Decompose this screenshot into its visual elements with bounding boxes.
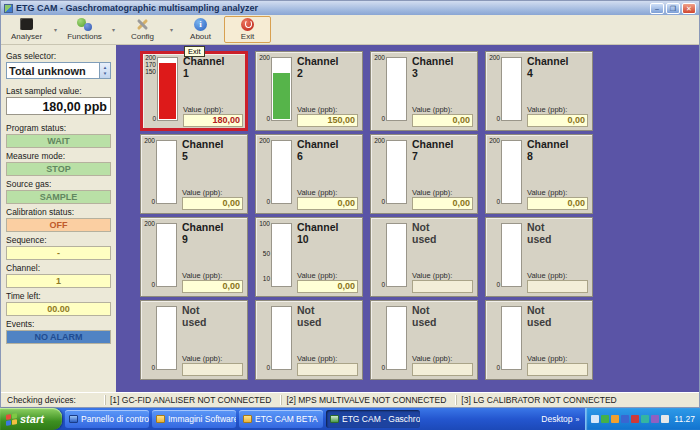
toolbar-button-about[interactable]: About — [177, 16, 224, 43]
channel-panel[interactable]: 2000Channel 5Value (ppb):0,00 — [140, 134, 248, 214]
channel-panel[interactable]: 2001701500Channel 1Value (ppb):180,00 — [140, 51, 248, 131]
toolbar-button-label: About — [190, 32, 211, 41]
channel-panel[interactable]: 1005010Channel 10Value (ppb):0,00 — [255, 217, 363, 297]
value-label: Value (ppb): — [412, 271, 473, 280]
toolbar-button-label: Config — [131, 32, 154, 41]
tray-icon[interactable] — [651, 415, 659, 423]
value-box — [527, 280, 588, 293]
channel-panel[interactable]: 2000Channel 2Value (ppb):150,00 — [255, 51, 363, 131]
toolbar-button-functions[interactable]: Functions — [61, 16, 108, 43]
tray-icon[interactable] — [661, 415, 669, 423]
gauge-bar — [386, 223, 407, 287]
tray-icon[interactable] — [641, 415, 649, 423]
toolbar-button-config[interactable]: Config — [119, 16, 166, 43]
value-box: 180,00 — [183, 114, 243, 127]
field-value-measure-mode: STOP — [6, 162, 111, 176]
value-box: 150,00 — [297, 114, 358, 127]
unused-panel[interactable]: 0Not usedValue (ppb): — [370, 300, 478, 380]
value-box: 0,00 — [527, 197, 588, 210]
taskbar-task[interactable]: Immagini Software — [152, 410, 236, 428]
scale-tick: 200 — [144, 220, 155, 227]
gauge-scale: 0 — [487, 221, 501, 287]
unused-panel[interactable]: 0Not usedValue (ppb): — [370, 217, 478, 297]
gauge-scale: 0 — [372, 304, 386, 370]
panel-body: Not usedValue (ppb): — [407, 221, 473, 293]
toolbar-button-analyser[interactable]: Analyser — [3, 16, 50, 43]
content: Gas selector: Total unknown ▲▼ Last samp… — [1, 45, 699, 392]
system-tray: 11.27 — [585, 408, 700, 430]
value-label: Value (ppb): — [527, 188, 588, 197]
channel-title: Not used — [412, 221, 456, 245]
tray-icon[interactable] — [631, 415, 639, 423]
scale-tick: 150 — [145, 68, 156, 75]
dropdown-arrow-icon[interactable]: ▾ — [108, 16, 119, 43]
channel-panel[interactable]: 2000Channel 9Value (ppb):0,00 — [140, 217, 248, 297]
channel-panel[interactable]: 2000Channel 6Value (ppb):0,00 — [255, 134, 363, 214]
gauge-scale: 2000 — [487, 138, 501, 204]
panel-body: Channel 5Value (ppb):0,00 — [177, 138, 243, 210]
maximize-button[interactable]: ❐ — [666, 3, 680, 14]
field-value-program-status: WAIT — [6, 134, 111, 148]
gauge-scale: 2001701500 — [143, 55, 157, 121]
channel-title: Channel 8 — [527, 138, 571, 162]
channel-panel[interactable]: 2000Channel 3Value (ppb):0,00 — [370, 51, 478, 131]
gauge-bar — [386, 306, 407, 370]
taskbar-task[interactable]: Pannello di controllo — [65, 410, 149, 428]
unused-panel[interactable]: 0Not usedValue (ppb): — [255, 300, 363, 380]
tray-icon[interactable] — [601, 415, 609, 423]
value-label: Value (ppb): — [527, 354, 588, 363]
exit-tooltip: Exit — [184, 46, 205, 57]
gauge-bar — [157, 57, 178, 121]
desktop-toolbar[interactable]: Desktop » — [541, 414, 582, 424]
field-label-source-gas: Source gas: — [6, 179, 111, 189]
value-label: Value (ppb): — [412, 188, 473, 197]
panel-body: Channel 2Value (ppb):150,00 — [292, 55, 358, 127]
panel-body: Channel 6Value (ppb):0,00 — [292, 138, 358, 210]
channel-title: Channel 7 — [412, 138, 456, 162]
folder-icon — [243, 415, 252, 423]
gas-selector-label: Gas selector: — [6, 51, 111, 61]
value-box: 0,00 — [297, 280, 358, 293]
channel-title: Channel 1 — [183, 55, 227, 79]
gauge-scale: 1005010 — [257, 221, 271, 287]
unused-panel[interactable]: 0Not usedValue (ppb): — [485, 217, 593, 297]
channel-panel[interactable]: 2000Channel 8Value (ppb):0,00 — [485, 134, 593, 214]
gauge-fill — [159, 63, 176, 119]
unused-panel[interactable]: 0Not usedValue (ppb): — [485, 300, 593, 380]
value-label: Value (ppb): — [297, 105, 358, 114]
taskbar: start Pannello di controlloImmagini Soft… — [0, 408, 700, 430]
channel-panel[interactable]: 2000Channel 7Value (ppb):0,00 — [370, 134, 478, 214]
dropdown-spinner-icon[interactable]: ▲▼ — [99, 63, 110, 78]
gas-selector-dropdown[interactable]: Total unknown ▲▼ — [6, 62, 111, 79]
exit-icon — [240, 18, 255, 31]
panel-body: Channel 1Value (ppb):180,00 — [178, 55, 243, 127]
gauge-bar — [156, 140, 177, 204]
panel-body: Not usedValue (ppb): — [407, 304, 473, 376]
dropdown-arrow-icon[interactable]: ▾ — [50, 16, 61, 43]
channel-panel[interactable]: 2000Channel 4Value (ppb):0,00 — [485, 51, 593, 131]
tray-icon[interactable] — [611, 415, 619, 423]
toolbar-button-exit[interactable]: Exit — [224, 16, 271, 43]
field-label-measure-mode: Measure mode: — [6, 151, 111, 161]
field-value-channel: 1 — [6, 274, 111, 288]
functions-icon — [77, 18, 92, 31]
tray-icon[interactable] — [621, 415, 629, 423]
status-bar: Checking devices: [1] GC-FID ANALISER NO… — [1, 392, 699, 407]
chevron-right-icon[interactable]: » — [575, 416, 579, 423]
start-button[interactable]: start — [0, 408, 62, 430]
panel-body: Not usedValue (ppb): — [522, 304, 588, 376]
gauge-scale: 2000 — [372, 138, 386, 204]
channel-area: Exit 2001701500Channel 1Value (ppb):180,… — [116, 45, 699, 392]
dropdown-arrow-icon[interactable]: ▾ — [166, 16, 177, 43]
gauge-bar — [386, 57, 407, 121]
device-status-1: [1] GC-FID ANALISER NOT CONNECTED — [105, 395, 281, 405]
tray-icon[interactable] — [591, 415, 599, 423]
taskbar-task[interactable]: ETG CAM - Gaschrom... — [326, 410, 420, 428]
taskbar-task[interactable]: ETG CAM BETA — [239, 410, 323, 428]
close-button[interactable]: ✕ — [682, 3, 696, 14]
sidebar: Gas selector: Total unknown ▲▼ Last samp… — [1, 45, 116, 392]
scale-tick-zero: 0 — [151, 364, 155, 371]
field-value-source-gas: SAMPLE — [6, 190, 111, 204]
unused-panel[interactable]: 0Not usedValue (ppb): — [140, 300, 248, 380]
minimize-button[interactable]: – — [650, 3, 664, 14]
